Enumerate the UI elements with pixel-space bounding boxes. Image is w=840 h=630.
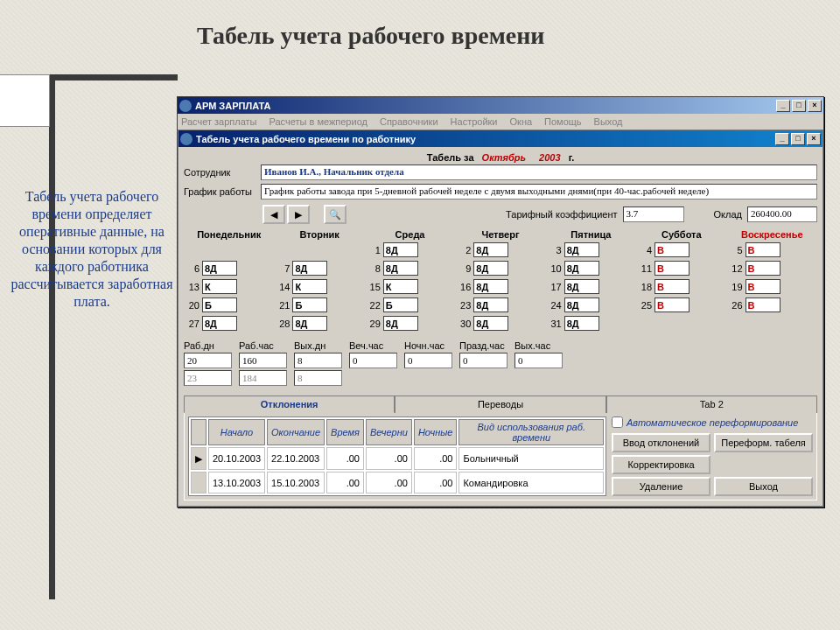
calendar-cell: 288Д: [274, 315, 364, 332]
prev-button[interactable]: ◀: [262, 205, 285, 224]
calendar-cell: 5В: [727, 242, 817, 258]
day-value[interactable]: 8Д: [473, 316, 508, 331]
day-value[interactable]: К: [383, 279, 418, 294]
day-value[interactable]: 8Д: [383, 261, 418, 276]
inner-titlebar[interactable]: Табель учета рабочего времени по работни…: [178, 130, 822, 147]
day-value[interactable]: 8Д: [473, 298, 508, 312]
tab-transfers[interactable]: Переводы: [395, 396, 606, 413]
table-row[interactable]: 13.10.200315.10.2003.00.00.00Командировк…: [191, 472, 604, 494]
app-icon: [179, 100, 192, 112]
lookup-button[interactable]: 🔍: [324, 205, 346, 224]
day-number: 10: [548, 263, 562, 274]
day-value[interactable]: 8Д: [383, 316, 418, 331]
total-input[interactable]: [514, 353, 563, 368]
menu-item[interactable]: Помощь: [544, 116, 582, 127]
employee-field[interactable]: Иванов И.А., Начальник отдела: [261, 164, 817, 180]
day-value[interactable]: 8Д: [564, 261, 599, 276]
day-value[interactable]: 8Д: [564, 316, 599, 331]
menu-item[interactable]: Расчеты в межпериод: [270, 116, 368, 127]
day-value[interactable]: 8Д: [564, 279, 599, 294]
calendar-cell: 15К: [365, 278, 455, 295]
outer-titlebar[interactable]: АРМ ЗАРПЛАТА _ □ ×: [178, 97, 823, 114]
day-value[interactable]: 8Д: [292, 316, 327, 331]
form-icon: [180, 133, 192, 145]
day-value[interactable]: 8Д: [473, 279, 508, 294]
day-value[interactable]: Б: [292, 298, 327, 312]
day-value[interactable]: В: [654, 242, 690, 257]
day-value[interactable]: В: [746, 298, 780, 312]
menu-item[interactable]: Окна: [510, 116, 533, 127]
menu-item[interactable]: Выход: [594, 116, 623, 127]
next-button[interactable]: ▶: [287, 205, 310, 224]
auto-reform-checkbox[interactable]: Автоматическое переформирование: [612, 416, 813, 428]
period-year: 2003: [539, 152, 560, 163]
enter-deviations-button[interactable]: Ввод отклонений: [612, 433, 710, 452]
total-header: Празд.час: [459, 340, 508, 351]
close-button[interactable]: ×: [808, 100, 822, 112]
schedule-field[interactable]: График работы завода при 5-дневной рабоч…: [261, 184, 817, 200]
day-value[interactable]: В: [654, 279, 690, 294]
salary-field[interactable]: 260400.00: [747, 206, 817, 222]
total-input-secondary[interactable]: [294, 370, 342, 386]
outer-window-title: АРМ ЗАРПЛАТА: [195, 101, 774, 111]
day-value[interactable]: 8Д: [564, 298, 599, 312]
inner-maximize-button[interactable]: □: [791, 133, 805, 145]
table-row[interactable]: ▶20.10.200322.10.2003.00.00.00Больничный: [191, 447, 604, 470]
deviations-table[interactable]: Начало Окончание Время Вечерни Ночные Ви…: [188, 416, 606, 496]
day-value[interactable]: В: [746, 261, 780, 276]
calendar-cell: 318Д: [546, 315, 636, 332]
calendar-cell: 28Д: [455, 242, 545, 258]
correction-button[interactable]: Корректировка: [612, 455, 710, 474]
tab-deviations[interactable]: Отклонения: [184, 396, 395, 413]
day-value[interactable]: В: [654, 298, 690, 312]
day-number: 28: [276, 318, 290, 329]
day-value[interactable]: К: [292, 279, 327, 294]
inner-close-button[interactable]: ×: [807, 133, 821, 145]
reform-sheet-button[interactable]: Переформ. табеля: [714, 433, 813, 452]
day-value[interactable]: 8Д: [473, 261, 508, 276]
exit-button[interactable]: Выход: [714, 477, 813, 496]
total-input[interactable]: [349, 353, 397, 368]
coef-field[interactable]: 3.7: [623, 206, 684, 222]
calendar-cell: 4В: [636, 242, 726, 258]
period-line: Табель за Октябрь 2003 г.: [184, 150, 817, 164]
menu-item[interactable]: Настройки: [451, 116, 498, 127]
totals-row: Раб.днРаб.часВых.днВеч.часНочн.часПразд.…: [184, 340, 817, 386]
auto-reform-input[interactable]: [612, 416, 623, 428]
day-value[interactable]: 8Д: [202, 316, 237, 331]
day-value[interactable]: В: [746, 242, 780, 257]
tabs: Отклонения Переводы Tab 2: [184, 395, 817, 413]
total-input[interactable]: [459, 353, 508, 368]
tab-panel: Начало Окончание Время Вечерни Ночные Ви…: [184, 413, 817, 500]
total-input-secondary[interactable]: [239, 370, 287, 386]
day-value[interactable]: 8Д: [202, 261, 237, 276]
day-number: 6: [186, 263, 200, 274]
day-value[interactable]: Б: [202, 298, 237, 312]
schedule-label: График работы: [184, 186, 261, 197]
tab-2[interactable]: Tab 2: [606, 396, 817, 413]
minimize-button[interactable]: _: [776, 100, 790, 112]
total-input[interactable]: [294, 353, 342, 368]
inner-minimize-button[interactable]: _: [775, 133, 789, 145]
day-value[interactable]: 8Д: [473, 242, 508, 257]
total-input[interactable]: [239, 353, 287, 368]
total-input[interactable]: [404, 353, 452, 368]
total-header: Раб.час: [239, 340, 287, 351]
day-value[interactable]: 8Д: [564, 242, 599, 257]
maximize-button[interactable]: □: [792, 100, 806, 112]
menu-item[interactable]: Расчет зарплаты: [181, 116, 257, 127]
day-number: 25: [638, 300, 652, 311]
total-header: Ночн.час: [404, 340, 452, 351]
day-value[interactable]: В: [746, 279, 780, 294]
day-value[interactable]: В: [654, 261, 690, 276]
menu-item[interactable]: Справочники: [380, 116, 438, 127]
total-input-secondary[interactable]: [184, 370, 232, 386]
side-buttons: Автоматическое переформирование Ввод отк…: [612, 416, 813, 496]
delete-button[interactable]: Удаление: [612, 477, 710, 496]
day-value[interactable]: Б: [383, 298, 418, 312]
total-input[interactable]: [184, 353, 232, 368]
day-value[interactable]: 8Д: [383, 242, 418, 257]
day-value[interactable]: К: [202, 279, 237, 294]
day-value[interactable]: 8Д: [292, 261, 327, 276]
coef-label: Тарифный коэффициент: [506, 209, 617, 220]
